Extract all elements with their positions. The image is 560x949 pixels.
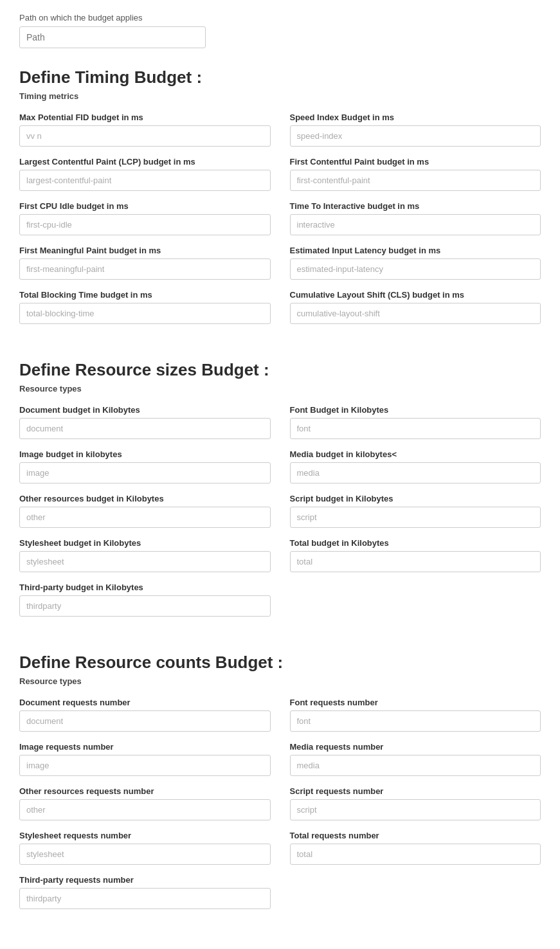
field-label: Font requests number — [290, 698, 541, 707]
field-input-other[interactable] — [19, 799, 271, 820]
field-group: Stylesheet requests number — [19, 831, 271, 865]
field-group: Cumulative Layout Shift (CLS) budget in … — [290, 290, 541, 324]
resource-counts-section: Define Resource counts Budget : Resource… — [19, 653, 541, 919]
field-input-media[interactable] — [290, 755, 541, 776]
field-group: Largest Contentful Paint (LCP) budget in… — [19, 157, 271, 191]
field-input-first-cpu-idle[interactable] — [19, 214, 271, 235]
field-input-wrap — [290, 799, 541, 820]
field-input-stylesheet[interactable] — [19, 551, 271, 572]
field-input-first-meaningful-paint[interactable] — [19, 258, 271, 280]
field-input-wrap — [290, 710, 541, 732]
field-group: Document requests number — [19, 698, 271, 732]
field-input-script[interactable] — [290, 799, 541, 820]
field-group: Total requests number — [290, 831, 541, 865]
field-group: Third-party requests number — [19, 875, 271, 909]
field-input-speed-index[interactable] — [290, 125, 541, 147]
field-group: Total budget in Kilobytes — [290, 538, 541, 572]
path-label: Path on which the budget applies — [19, 13, 541, 23]
resource-sizes-section: Define Resource sizes Budget : Resource … — [19, 360, 541, 627]
field-input-total[interactable] — [290, 551, 541, 572]
field-input-total-blocking-time[interactable] — [19, 303, 271, 324]
field-group: Image budget in kilobytes — [19, 449, 271, 484]
field-label: Third-party budget in Kilobytes — [19, 583, 271, 592]
field-input-image[interactable] — [19, 462, 271, 484]
field-input-interactive[interactable] — [290, 214, 541, 235]
field-label: Other resources budget in Kilobytes — [19, 494, 271, 503]
field-input-wrap — [290, 214, 541, 235]
timing-section-title: Define Timing Budget : — [19, 68, 541, 87]
field-label: First Contentful Paint budget in ms — [290, 157, 541, 167]
resource-counts-title: Define Resource counts Budget : — [19, 653, 541, 673]
resource-sizes-title: Define Resource sizes Budget : — [19, 360, 541, 380]
field-input-wrap — [290, 170, 541, 191]
path-input[interactable] — [19, 26, 206, 48]
field-input-script[interactable] — [290, 507, 541, 528]
field-group: Estimated Input Latency budget in ms — [290, 246, 541, 280]
field-input-wrap — [19, 844, 271, 865]
field-input-wrap — [290, 462, 541, 484]
field-input-cumulative-layout-shift[interactable] — [290, 303, 541, 324]
field-label: Font Budget in Kilobytes — [290, 405, 541, 415]
field-label: Script budget in Kilobytes — [290, 494, 541, 503]
resource-sizes-subtitle: Resource types — [19, 384, 541, 393]
field-input-wrap — [19, 551, 271, 572]
field-label: Script requests number — [290, 786, 541, 796]
field-group: Document budget in Kilobytes — [19, 405, 271, 439]
field-group: Media requests number — [290, 742, 541, 776]
field-label: Document budget in Kilobytes — [19, 405, 271, 415]
field-label: Max Potential FID budget in ms — [19, 113, 271, 122]
field-label: Cumulative Layout Shift (CLS) budget in … — [290, 290, 541, 300]
field-label: Largest Contentful Paint (LCP) budget in… — [19, 157, 271, 167]
field-input-total[interactable] — [290, 844, 541, 865]
field-label: Time To Interactive budget in ms — [290, 201, 541, 211]
field-group: First Meaningful Paint budget in ms — [19, 246, 271, 280]
field-group: First Contentful Paint budget in ms — [290, 157, 541, 191]
field-label: Image requests number — [19, 742, 271, 752]
field-input-vv n[interactable] — [19, 125, 271, 147]
field-input-thirdparty[interactable] — [19, 888, 271, 909]
field-group: Script requests number — [290, 786, 541, 820]
field-input-estimated-input-latency[interactable] — [290, 258, 541, 280]
field-input-thirdparty[interactable] — [19, 595, 271, 617]
field-input-wrap — [19, 462, 271, 484]
field-input-wrap — [19, 214, 271, 235]
field-input-document[interactable] — [19, 710, 271, 732]
field-label: Total requests number — [290, 831, 541, 840]
field-label: Image budget in kilobytes — [19, 449, 271, 459]
field-input-largest-contentful-paint[interactable] — [19, 170, 271, 191]
field-input-media[interactable] — [290, 462, 541, 484]
field-input-wrap — [19, 125, 271, 147]
timing-section-subtitle: Timing metrics — [19, 91, 541, 101]
field-label: Total budget in Kilobytes — [290, 538, 541, 548]
field-input-wrap — [19, 888, 271, 909]
field-group: Media budget in kilobytes< — [290, 449, 541, 484]
field-input-wrap — [19, 170, 271, 191]
field-input-document[interactable] — [19, 418, 271, 439]
field-label: Stylesheet budget in Kilobytes — [19, 538, 271, 548]
field-input-font[interactable] — [290, 710, 541, 732]
field-input-other[interactable] — [19, 507, 271, 528]
field-label: Speed Index Budget in ms — [290, 113, 541, 122]
resource-counts-fields-grid: Document requests numberFont requests nu… — [19, 698, 541, 919]
field-input-stylesheet[interactable] — [19, 844, 271, 865]
field-input-first-contentful-paint[interactable] — [290, 170, 541, 191]
field-input-wrap — [290, 125, 541, 147]
field-input-wrap — [290, 418, 541, 439]
field-label: Third-party requests number — [19, 875, 271, 885]
field-label: Media budget in kilobytes< — [290, 449, 541, 459]
field-input-font[interactable] — [290, 418, 541, 439]
field-input-wrap — [19, 258, 271, 280]
field-label: First CPU Idle budget in ms — [19, 201, 271, 211]
field-input-wrap — [19, 303, 271, 324]
field-label: Stylesheet requests number — [19, 831, 271, 840]
field-input-wrap — [19, 799, 271, 820]
field-input-image[interactable] — [19, 755, 271, 776]
field-group: First CPU Idle budget in ms — [19, 201, 271, 235]
field-input-wrap — [290, 551, 541, 572]
field-group: Image requests number — [19, 742, 271, 776]
field-label: Total Blocking Time budget in ms — [19, 290, 271, 300]
resource-counts-subtitle: Resource types — [19, 676, 541, 686]
field-group: Script budget in Kilobytes — [290, 494, 541, 528]
field-group: Total Blocking Time budget in ms — [19, 290, 271, 324]
field-input-wrap — [290, 755, 541, 776]
